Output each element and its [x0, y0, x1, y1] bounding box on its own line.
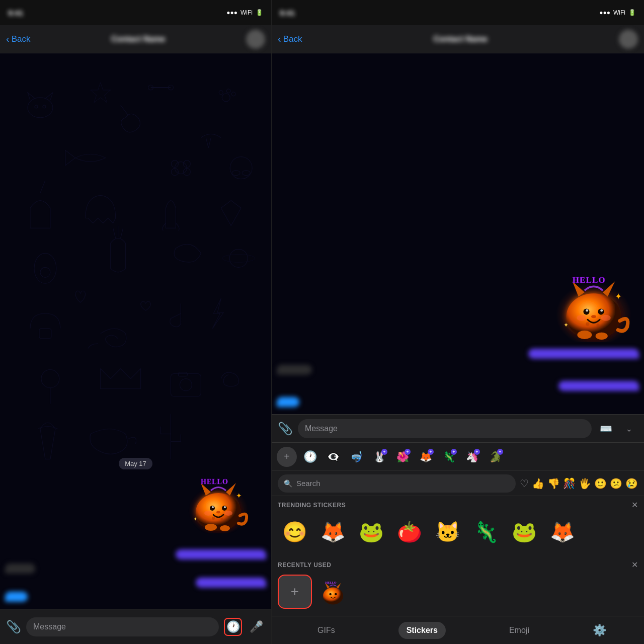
- svg-point-35: [224, 511, 232, 516]
- svg-point-56: [596, 324, 599, 327]
- add-sticker-button[interactable]: +: [278, 575, 312, 609]
- thumbs-up-filter[interactable]: 👍: [532, 477, 544, 490]
- svg-point-33: [216, 511, 220, 514]
- trending-sticker-3[interactable]: 🐸: [354, 515, 388, 549]
- sticker-pack-5[interactable]: 🦊 +: [416, 447, 436, 467]
- right-bubble-out-1: [528, 349, 639, 359]
- svg-text:HELLO: HELLO: [325, 580, 336, 584]
- left-back-button[interactable]: ‹ Back: [6, 33, 30, 45]
- sticker-clock-button[interactable]: 🕐: [224, 618, 242, 636]
- tab-stickers[interactable]: Stickers: [398, 622, 446, 639]
- trending-sticker-4[interactable]: 🍅: [392, 515, 427, 549]
- mic-button[interactable]: 🎤: [247, 618, 265, 636]
- right-chat-header: ‹ Back Contact Name: [272, 25, 644, 53]
- hello-sticker-container: HELLO ✦ ✦: [186, 473, 266, 543]
- hand-filter[interactable]: 🖐: [579, 477, 591, 490]
- right-message-in-2: [272, 395, 644, 409]
- trending-close-button[interactable]: ✕: [631, 500, 638, 510]
- search-placeholder: Search: [296, 479, 320, 488]
- svg-point-41: [205, 524, 217, 531]
- svg-point-47: [586, 309, 588, 312]
- right-status-bar: 9:41 ●●● WiFi 🔋: [272, 0, 644, 25]
- right-status-icons: ●●● WiFi 🔋: [599, 9, 636, 16]
- right-attach-button[interactable]: 📎: [278, 422, 293, 436]
- trending-sticker-8[interactable]: 🦊: [545, 515, 580, 549]
- sticker-message-out: HELLO ✦ ✦: [0, 473, 271, 543]
- right-battery-icon: 🔋: [628, 9, 636, 16]
- svg-text:✦: ✦: [564, 321, 569, 329]
- left-back-label[interactable]: Back: [12, 34, 31, 44]
- bubble-out-2: [196, 578, 266, 588]
- left-message-input[interactable]: Message: [26, 617, 219, 636]
- right-chat-area: HELLO ✦ ✦: [272, 53, 644, 414]
- message-in-1: [0, 561, 271, 576]
- trending-section-header: TRENDING STICKERS ✕: [278, 500, 638, 510]
- right-back-label[interactable]: Back: [283, 34, 302, 44]
- filter-icons-row: ♡ 👍 👎 🎊 🖐 🙂 😕 😢: [520, 477, 638, 490]
- svg-point-32: [224, 506, 226, 508]
- svg-point-55: [586, 322, 589, 326]
- right-back-button[interactable]: ‹ Back: [278, 33, 302, 45]
- sticker-tab-bar: GIFs Stickers Emoji ⚙️: [272, 616, 644, 644]
- add-sticker-pack-button[interactable]: +: [277, 447, 297, 467]
- heart-filter[interactable]: ♡: [520, 477, 529, 490]
- left-header-avatar[interactable]: [246, 30, 265, 49]
- bubble-in-2: [5, 592, 28, 602]
- gear-icon: ⚙️: [593, 624, 606, 636]
- date-label: May 17: [119, 458, 152, 469]
- right-sticker-message: HELLO ✦ ✦: [272, 269, 644, 342]
- recently-used-hello-sticker[interactable]: HELLO: [316, 575, 350, 609]
- attach-button[interactable]: 📎: [6, 620, 21, 634]
- sticker-pack-2[interactable]: 🤿: [346, 447, 366, 467]
- right-bubble-out-2: [558, 381, 639, 391]
- right-message-placeholder: Message: [305, 424, 338, 433]
- sticker-pack-1[interactable]: 👁️‍🗨️: [323, 447, 343, 467]
- happy-filter[interactable]: 🙂: [594, 477, 607, 490]
- keyboard-toggle-button[interactable]: ⌨️: [597, 420, 615, 438]
- svg-text:✦: ✦: [236, 492, 242, 500]
- recently-used-close-button[interactable]: ✕: [631, 560, 638, 570]
- sticker-pack-7[interactable]: 🦄 +: [462, 447, 482, 467]
- right-wifi-icon: WiFi: [613, 9, 625, 16]
- recently-used-title: RECENTLY USED: [278, 561, 332, 569]
- svg-point-50: [577, 315, 586, 321]
- sticker-panel: 📎 Message ⌨️ ⌃ + 🕐 👁️‍🗨️ 🤿 🐰 + 🌺 +: [272, 414, 644, 644]
- trending-sticker-2[interactable]: 🦊: [316, 515, 350, 549]
- thumbs-down-filter[interactable]: 👎: [547, 477, 560, 490]
- sticker-search-bar[interactable]: 🔍 Search: [278, 474, 516, 493]
- sticker-clock-icon: 🕐: [226, 620, 240, 633]
- right-header-avatar[interactable]: [619, 30, 638, 49]
- hello-sticker-svg: HELLO ✦ ✦: [186, 473, 251, 533]
- sticker-settings-button[interactable]: ⚙️: [593, 624, 606, 637]
- sticker-panel-input-row: 📎 Message ⌨️ ⌃: [272, 415, 644, 443]
- party-filter[interactable]: 🎊: [563, 477, 576, 490]
- mic-icon: 🎤: [250, 620, 263, 633]
- panel-collapse-button[interactable]: ⌃: [620, 420, 638, 438]
- trending-sticker-5[interactable]: 🐱: [431, 515, 465, 549]
- sad-filter[interactable]: 😢: [625, 477, 638, 490]
- svg-point-49: [591, 315, 596, 318]
- svg-point-34: [204, 511, 212, 516]
- recent-stickers-button[interactable]: 🕐: [300, 447, 320, 467]
- left-back-chevron: ‹: [6, 33, 10, 45]
- tab-emoji[interactable]: Emoji: [501, 622, 537, 639]
- sticker-pack-8[interactable]: 🐊 +: [485, 447, 505, 467]
- confused-filter[interactable]: 😕: [610, 477, 622, 490]
- recently-used-section: RECENTLY USED ✕ +: [272, 556, 644, 616]
- svg-point-51: [601, 315, 611, 321]
- sticker-emoji-scroll-row[interactable]: + 🕐 👁️‍🗨️ 🤿 🐰 + 🌺 + 🦊 + 🦎 + 🦄: [272, 443, 644, 471]
- trending-sticker-1[interactable]: 😊: [278, 515, 312, 549]
- trending-sticker-6[interactable]: 🦎: [469, 515, 503, 549]
- sticker-pack-4[interactable]: 🌺 +: [392, 447, 413, 467]
- left-status-bar: 9:41 ●●● WiFi 🔋: [0, 0, 271, 25]
- right-panel: 9:41 ●●● WiFi 🔋 ‹ Back Contact Name: [272, 0, 644, 644]
- svg-text:✦: ✦: [615, 292, 622, 301]
- tab-gifs[interactable]: GIFs: [309, 622, 343, 639]
- right-time: 9:41: [280, 9, 295, 17]
- right-message-input[interactable]: Message: [298, 419, 592, 438]
- svg-point-40: [221, 518, 223, 521]
- trending-sticker-7[interactable]: 🐸: [507, 515, 541, 549]
- sticker-pack-6[interactable]: 🦎 +: [439, 447, 459, 467]
- right-message-in-1: [272, 363, 644, 377]
- sticker-pack-3[interactable]: 🐰 +: [369, 447, 389, 467]
